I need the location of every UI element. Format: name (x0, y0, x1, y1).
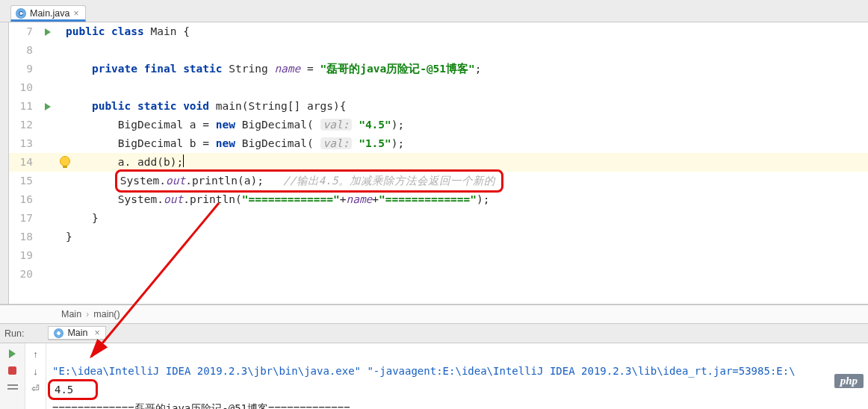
editor-tab-bar: C Main.java × (0, 0, 868, 22)
text-caret (183, 154, 184, 167)
line-number: 7 (9, 22, 39, 41)
close-icon[interactable]: × (74, 8, 79, 19)
file-tab-label: Main.java (30, 8, 70, 19)
java-class-icon: C (16, 8, 26, 19)
run-toolbar-secondary: ↑ ↓ ⏎ (25, 343, 46, 409)
run-tab-main[interactable]: Main × (48, 326, 105, 340)
intention-bulb-icon[interactable] (60, 156, 70, 166)
run-gutter-icon[interactable] (39, 103, 57, 110)
code-editor[interactable]: 7 public class Main { 8 9 private final … (9, 22, 868, 304)
down-icon[interactable]: ↓ (30, 365, 42, 377)
console-result-line: 4.5 (55, 384, 73, 396)
rerun-icon[interactable] (7, 348, 19, 360)
console-output[interactable]: "E:\idea\IntelliJ IDEA 2019.2.3\jbr\bin\… (46, 343, 868, 409)
run-gutter-icon[interactable] (39, 28, 57, 36)
run-tool-header: Run: Main × (0, 324, 868, 343)
left-gutter-spine (0, 22, 9, 304)
run-label: Run: (4, 328, 24, 339)
layout-icon[interactable] (7, 381, 19, 393)
java-class-icon (54, 328, 63, 338)
close-icon[interactable]: × (95, 328, 100, 338)
watermark-php: php (834, 374, 864, 388)
wrap-icon[interactable]: ⏎ (30, 382, 42, 394)
breadcrumb-item[interactable]: main() (93, 309, 120, 319)
run-toolbar-primary (0, 343, 25, 409)
run-tab-label: Main (67, 328, 87, 338)
console-result-line: =============磊哥的java历险记-@51博客===========… (52, 402, 350, 409)
up-icon[interactable]: ↑ (30, 348, 42, 360)
stop-icon[interactable] (7, 364, 19, 376)
breadcrumb: Main › main() (0, 305, 868, 324)
breadcrumb-item[interactable]: Main (61, 309, 81, 319)
file-tab-main-java[interactable]: C Main.java × (10, 5, 86, 22)
